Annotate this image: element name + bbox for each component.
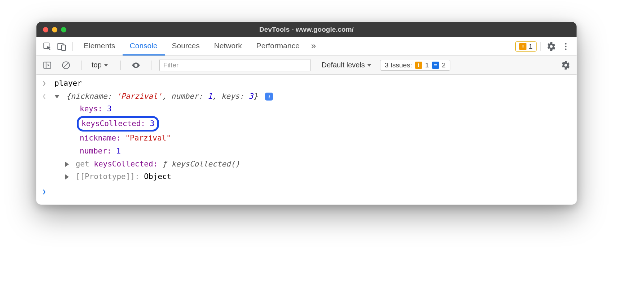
separator — [120, 61, 121, 70]
prop-key: nickname: — [80, 134, 121, 142]
clear-console-icon[interactable] — [59, 56, 73, 74]
object-property: nickname: "Parzival" — [42, 132, 571, 144]
svg-rect-2 — [62, 45, 66, 50]
summary-val: 3 — [249, 92, 253, 101]
prop-value: Object — [144, 172, 171, 181]
svg-point-5 — [565, 45, 566, 47]
svg-line-10 — [64, 63, 69, 67]
traffic-lights — [36, 27, 66, 32]
svg-point-6 — [565, 48, 566, 50]
input-chevron-icon: ❯ — [42, 77, 54, 89]
output-chevron-icon: ❮ — [42, 90, 54, 102]
warnings-count: 1 — [529, 43, 533, 50]
devtools-tabstrip: Elements Console Sources Network Perform… — [36, 37, 577, 56]
object-property: number: 1 — [42, 144, 571, 157]
context-selector[interactable]: top — [89, 61, 113, 69]
tab-elements[interactable]: Elements — [76, 37, 123, 55]
issues-warn-count: 1 — [425, 61, 429, 69]
tab-sources[interactable]: Sources — [165, 37, 207, 55]
console-settings-gear-icon[interactable] — [559, 56, 573, 74]
window-title: DevTools - www.google.com/ — [36, 26, 577, 34]
getter-prefix: get — [76, 160, 94, 168]
object-property: keys: 3 — [42, 102, 571, 115]
prop-key: [[Prototype]]: — [76, 172, 140, 181]
prompt-chevron-icon: ❯ — [42, 185, 54, 197]
chevron-down-icon — [367, 64, 371, 67]
issues-info-count: 2 — [442, 61, 446, 69]
prop-key: keysCollected: — [81, 119, 145, 128]
object-property-highlighted: keysCollected: 3 — [42, 115, 571, 132]
minimize-window-button[interactable] — [52, 27, 57, 32]
summary-key: keys: — [221, 92, 244, 101]
titlebar: DevTools - www.google.com/ — [36, 22, 577, 37]
highlight-annotation: keysCollected: 3 — [77, 116, 159, 132]
prop-key: keysCollected: — [94, 160, 158, 168]
warning-icon: ! — [519, 43, 526, 50]
console-result[interactable]: ❮ {nickname: 'Parzival', number: 1, keys… — [42, 90, 571, 103]
console-prompt[interactable]: ❯ — [42, 185, 571, 197]
inspect-element-icon[interactable] — [40, 37, 54, 55]
svg-rect-7 — [44, 62, 51, 68]
tab-network[interactable]: Network — [207, 37, 249, 55]
summary-key: number: — [171, 92, 203, 101]
disclosure-triangle-right-icon[interactable] — [65, 162, 69, 167]
console-toolbar: top Filter Default levels 3 Issues: ! 1 … — [36, 56, 577, 75]
toggle-console-sidebar-icon[interactable] — [40, 56, 54, 74]
levels-label: Default levels — [322, 61, 365, 69]
issues-label: 3 Issues: — [385, 61, 412, 69]
close-window-button[interactable] — [43, 27, 48, 32]
object-prototype[interactable]: [[Prototype]]: Object — [42, 170, 571, 183]
separator — [72, 42, 73, 51]
separator — [81, 61, 81, 70]
issues-button[interactable]: 3 Issues: ! 1 = 2 — [380, 60, 450, 71]
svg-point-4 — [565, 43, 566, 44]
object-getter[interactable]: get keysCollected: ƒ keysCollected() — [42, 157, 571, 170]
warning-icon: ! — [415, 62, 422, 69]
expression-text: player — [54, 77, 82, 90]
summary-key: nickname: — [71, 92, 112, 101]
tab-performance[interactable]: Performance — [249, 37, 307, 55]
tab-console[interactable]: Console — [123, 37, 165, 55]
zoom-window-button[interactable] — [61, 27, 66, 32]
filter-input[interactable]: Filter — [159, 59, 311, 71]
settings-gear-icon[interactable] — [544, 37, 559, 55]
live-expression-eye-icon[interactable] — [129, 56, 143, 74]
prop-value: "Parzival" — [125, 134, 171, 142]
log-levels-selector[interactable]: Default levels — [319, 61, 376, 69]
brace: { — [66, 92, 71, 101]
prop-value: ƒ keysCollected() — [162, 160, 240, 168]
prop-value: 3 — [107, 104, 112, 113]
info-icon: = — [432, 62, 439, 69]
warnings-badge[interactable]: ! 1 — [515, 41, 537, 52]
separator — [540, 42, 541, 51]
prop-key: number: — [80, 147, 112, 155]
summary-val: 1 — [208, 92, 212, 101]
disclosure-triangle-down-icon[interactable] — [54, 95, 59, 98]
device-toolbar-icon[interactable] — [54, 37, 69, 55]
kebab-menu-icon[interactable] — [559, 37, 573, 55]
prop-value: 3 — [150, 119, 155, 128]
devtools-window: DevTools - www.google.com/ Elements Cons… — [36, 22, 577, 205]
console-input-echo: ❯ player — [42, 77, 571, 90]
separator — [151, 61, 151, 70]
info-badge-icon[interactable]: i — [265, 93, 273, 101]
prop-key: keys: — [80, 104, 102, 113]
summary-val: 'Parzival' — [116, 92, 162, 101]
tabs-overflow-button[interactable]: » — [307, 37, 320, 55]
disclosure-triangle-right-icon[interactable] — [65, 174, 69, 179]
context-label: top — [92, 61, 102, 69]
chevron-down-icon — [104, 64, 108, 67]
filter-placeholder: Filter — [163, 61, 178, 69]
prop-value: 1 — [116, 147, 121, 155]
console-output: ❯ player ❮ {nickname: 'Parzival', number… — [36, 75, 577, 204]
brace: } — [253, 92, 258, 101]
